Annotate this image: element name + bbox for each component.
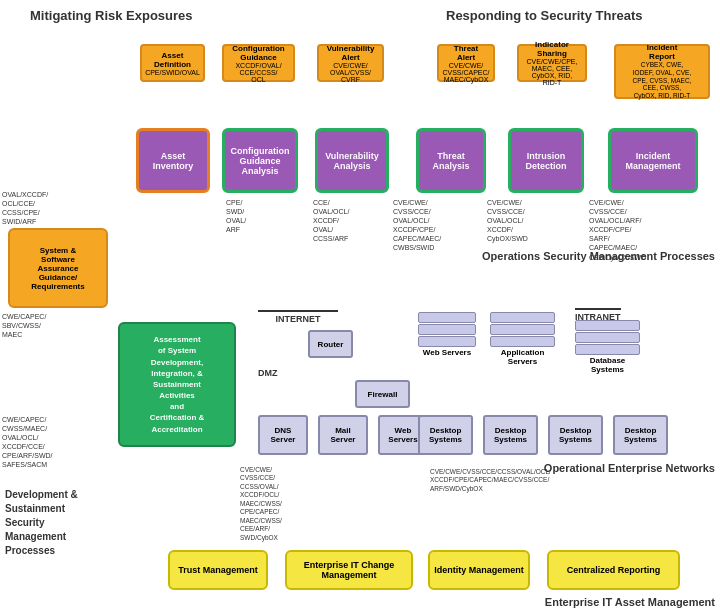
centralized-reporting-box[interactable]: Centralized Reporting (547, 550, 680, 590)
label-cwe-capec: CWE/CAPEC/SBV/CWSS/MAEC (2, 312, 46, 339)
intrusion-detection-box: IntrusionDetection (508, 128, 584, 193)
trust-mgmt-box[interactable]: Trust Management (168, 550, 268, 590)
enterprise-it-label: Enterprise IT Asset Management (545, 596, 715, 608)
label-intrusion-bottom: CVE/CWE/CVSS/CCE/OVAL/OCL/XCCDF/CybOX/SW… (487, 198, 528, 243)
main-container: Mitigating Risk Exposures Responding to … (0, 0, 720, 608)
label-vuln-bottom: CCE/OVAL/OCL/XCCDF/OVAL/CCSS/ARF (313, 198, 349, 243)
internet-label: INTERNET (258, 310, 338, 324)
desktop4-box: DesktopSystems (613, 415, 668, 455)
dns-box: DNSServer (258, 415, 308, 455)
ssag-box: System &SoftwareAssuranceGuidance/Requir… (8, 228, 108, 308)
label-left-oval: OVAL/XCCDF/OCL/CCE/CCSS/CPE/SWID/ARF (2, 190, 48, 226)
label-threat-bottom: CVE/CWE/CVSS/CCE/OVAL/OCL/XCCDF/CPE/CAPE… (393, 198, 441, 253)
label-config-bottom: CPE/SWD/OVAL/ARF (226, 198, 246, 234)
config-analysis-box: ConfigurationGuidanceAnalysis (222, 128, 298, 193)
app-servers-stack: Application Servers (490, 312, 555, 366)
threat-alert-box: ThreatAlert CVE/CWE/CVSS/CAPEC/MAEC/CybO… (437, 44, 495, 82)
eit-change-box[interactable]: Enterprise IT Change Management (285, 550, 413, 590)
incident-mgmt-box: IncidentManagement (608, 128, 698, 193)
web-servers-stack: Web Servers (418, 312, 476, 357)
firewall-box: Firewall (355, 380, 410, 408)
threat-analysis-box: ThreatAnalysis (416, 128, 486, 193)
desktop1-box: DesktopSystems (418, 415, 473, 455)
mail-box: MailServer (318, 415, 368, 455)
label-cwe-bottom: CWE/CAPEC/CWSS/MAEC/OVAL/OCL/XCCDF/CCE/C… (2, 415, 53, 470)
identity-mgmt-box[interactable]: Identity Management (428, 550, 530, 590)
header-responding: Responding to Security Threats (446, 8, 642, 23)
vuln-alert-box: VulnerabilityAlert CVE/CWE/OVAL/CVSS/CVR… (317, 44, 384, 82)
op-enterprise-label: Operational Enterprise Networks (544, 462, 715, 474)
header-mitigating: Mitigating Risk Exposures (30, 8, 193, 23)
vuln-analysis-box: VulnerabilityAnalysis (315, 128, 389, 193)
desktop3-box: DesktopSystems (548, 415, 603, 455)
asset-inventory-box: AssetInventory (136, 128, 210, 193)
assessment-box: Assessmentof SystemDevelopment,Integrati… (118, 322, 236, 447)
indicator-sharing-box: IndicatorSharing CVE/CWE/CPE,MAEC, CEE,C… (517, 44, 587, 82)
label-bottom-right: CVE/CWE/CVSS/CCE/CCSS/OVAL/OCL/XCCDF/CPE… (430, 468, 551, 493)
dev-sustainment-label: Development &SustainmentSecurityManageme… (5, 488, 78, 558)
incident-report-box: IncidentReport CYBEX, CWE,IODEF, OVAL, C… (614, 44, 710, 99)
desktop2-box: DesktopSystems (483, 415, 538, 455)
router-box: Router (308, 330, 353, 358)
asset-definition-box: Asset Definition CPE/SWID/OVAL (140, 44, 205, 82)
dmz-label: DMZ (258, 368, 278, 378)
label-bottom-left: CVE/CWE/CVSS/CCE/CCSS/OVAL/XCCDF/OCL/MAE… (240, 466, 282, 542)
db-servers-stack: Database Systems (575, 320, 640, 374)
config-guidance-box: ConfigurationGuidance XCCDF/OVAL/CCE/CCS… (222, 44, 295, 82)
ops-security-label: Operations Security Management Processes (482, 250, 715, 262)
